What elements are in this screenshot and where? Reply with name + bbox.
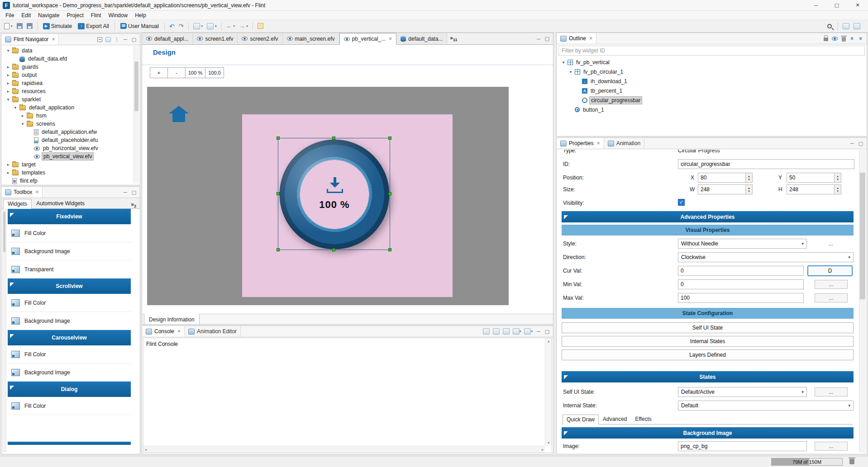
editor-tab-screen2[interactable]: screen2.efv: [238, 33, 282, 44]
style-dropdown[interactable]: Without Needle▾: [678, 239, 807, 249]
tree-item-templates[interactable]: ▸templates: [2, 169, 133, 177]
expander-icon[interactable]: ▸: [6, 65, 10, 69]
w-spinner[interactable]: ▴▾: [746, 184, 753, 194]
section-scrollview[interactable]: Scrollview: [8, 278, 131, 294]
scroll-up-icon[interactable]: ▴: [548, 339, 549, 343]
tree-item-screens[interactable]: ▾screens: [2, 120, 133, 128]
h-input[interactable]: [787, 184, 835, 194]
scroll-right-icon[interactable]: ▸: [542, 448, 544, 452]
outline-close-icon[interactable]: ×: [589, 35, 592, 42]
h-spinner[interactable]: ▴▾: [835, 184, 841, 194]
section-carouselview[interactable]: Carouselview: [8, 330, 131, 345]
animation-editor-view-tab[interactable]: Animation Editor: [185, 326, 241, 337]
self-ui-state-dropdown[interactable]: Default/Active▾: [678, 387, 807, 397]
tree-item-guards[interactable]: ▸guards: [2, 63, 133, 71]
save-all-button[interactable]: [25, 21, 34, 31]
pin-console-icon[interactable]: [503, 328, 510, 335]
spinner-down-icon[interactable]: ▾: [748, 178, 750, 181]
properties-view-tab[interactable]: Properties ×: [557, 138, 604, 149]
last-edit-location-button[interactable]: [256, 21, 265, 31]
editor-tab-overflow[interactable]: »11: [450, 35, 461, 42]
heap-status-gauge[interactable]: 79M of 150M: [771, 458, 843, 466]
min-val-input[interactable]: [678, 279, 804, 289]
states-header[interactable]: States: [562, 371, 854, 382]
minimize-view-icon[interactable]: ─: [123, 37, 128, 42]
minimize-view-icon[interactable]: ─: [536, 329, 541, 334]
tree-item-default-placeholder-efu[interactable]: default_placeholder.efu: [2, 136, 133, 144]
maximize-view-icon[interactable]: ▢: [544, 36, 550, 42]
tree-item-flint-efp[interactable]: flint.efp: [2, 177, 133, 184]
scroll-lock-icon[interactable]: [493, 328, 500, 335]
resize-handle[interactable]: [332, 137, 335, 140]
visual-properties-header[interactable]: Visual Properties: [562, 225, 854, 236]
window-minimize-button[interactable]: ─: [806, 0, 826, 10]
collapse-all-icon[interactable]: [97, 37, 102, 42]
tab-automotive-widgets[interactable]: Automotive Widgets: [32, 198, 89, 208]
expander-icon[interactable]: ▸: [6, 81, 10, 85]
menu-window[interactable]: Window: [105, 11, 131, 19]
tree-item-default-data[interactable]: default_data.efd: [2, 55, 133, 63]
console-close-icon[interactable]: ×: [177, 328, 181, 335]
editor-tab-main-screen[interactable]: main_screen.efv: [283, 33, 339, 44]
widget-carouselview-background-image[interactable]: Background Image: [8, 363, 131, 382]
lock-icon[interactable]: [823, 36, 829, 41]
layers-defined-button[interactable]: Layers Defined: [562, 349, 854, 360]
show-hide-icon[interactable]: [832, 37, 838, 41]
spinner-up-icon[interactable]: ▴: [748, 186, 750, 189]
outline-item-fv-pb-circular-1[interactable]: ▾fv_pb_circular_1: [558, 67, 866, 76]
background-image-header[interactable]: Background Image: [562, 427, 854, 439]
toolbox-tab-overflow[interactable]: »2: [131, 201, 140, 208]
internal-states-button[interactable]: Internal States: [562, 336, 854, 347]
navigator-close-icon[interactable]: ×: [52, 36, 55, 42]
state-configuration-header[interactable]: State Configuration: [562, 308, 854, 319]
self-ui-state-button[interactable]: Self UI State: [562, 322, 854, 333]
console-vertical-scrollbar[interactable]: ▴ ▾: [545, 338, 552, 446]
outline-item-tb-percent-1[interactable]: Atb_percent_1: [558, 86, 866, 95]
export-all-button[interactable]: ↑Export All: [76, 21, 111, 31]
external-tools-dropdown-icon[interactable]: ▾: [215, 24, 217, 28]
minimize-view-icon[interactable]: ─: [849, 141, 855, 146]
save-button[interactable]: [15, 21, 24, 31]
expand-all-icon[interactable]: »: [858, 35, 863, 42]
forward-button[interactable]: →▾: [238, 21, 249, 31]
design-information-tab[interactable]: Design Information: [144, 314, 200, 324]
minimize-view-icon[interactable]: ─: [536, 36, 541, 42]
redo-button[interactable]: ↷: [177, 21, 185, 31]
widget-carouselview-fill-color[interactable]: Fill Color: [8, 345, 131, 363]
resize-handle[interactable]: [388, 248, 391, 251]
advanced-properties-header[interactable]: Advanced Properties: [562, 211, 854, 222]
expander-icon[interactable]: ▸: [6, 73, 10, 77]
expander-icon[interactable]: ▾: [20, 122, 25, 126]
open-console-icon[interactable]: ▾: [524, 328, 533, 335]
self-ui-state-more-button[interactable]: ...: [815, 387, 848, 396]
editor-tab-screen1[interactable]: screen1.efv: [193, 33, 238, 44]
widget-fixedview-background-image[interactable]: Background Image: [8, 242, 131, 260]
open-perspective-button[interactable]: [841, 21, 851, 31]
navigator-scrollbar[interactable]: [134, 46, 139, 184]
clear-console-icon[interactable]: [483, 328, 490, 335]
spinner-up-icon[interactable]: ▴: [837, 186, 839, 189]
back-history-dropdown-icon[interactable]: ▾: [234, 24, 235, 28]
widget-dialog-fill-color[interactable]: Fill Color: [8, 397, 131, 415]
navigator-view-tab[interactable]: Flint Navigator ×: [1, 34, 59, 45]
spinner-up-icon[interactable]: ▴: [837, 175, 839, 178]
spinner-down-icon[interactable]: ▾: [837, 189, 839, 193]
link-with-editor-icon[interactable]: [105, 37, 111, 42]
expander-icon[interactable]: ▾: [561, 60, 566, 65]
minimize-view-icon[interactable]: ─: [123, 189, 128, 195]
expander-icon[interactable]: ▾: [568, 70, 573, 74]
close-tab-icon[interactable]: ×: [389, 36, 392, 42]
resize-handle[interactable]: [388, 192, 391, 195]
spinner-down-icon[interactable]: ▾: [748, 189, 750, 193]
tree-item-sparklet[interactable]: ▾sparklet: [2, 95, 133, 104]
widget-scrollview-fill-color[interactable]: Fill Color: [8, 294, 131, 312]
max-val-input[interactable]: [678, 293, 804, 303]
x-input[interactable]: [698, 173, 746, 183]
max-val-more-button[interactable]: ...: [815, 293, 848, 302]
y-spinner[interactable]: ▴▾: [835, 173, 841, 183]
scrollbar-thumb[interactable]: [3, 212, 5, 252]
tree-item-data[interactable]: ▾data: [2, 47, 133, 55]
animation-view-tab[interactable]: Animation: [604, 138, 644, 149]
window-close-button[interactable]: ✕: [847, 0, 868, 10]
expander-icon[interactable]: ▾: [6, 97, 10, 102]
